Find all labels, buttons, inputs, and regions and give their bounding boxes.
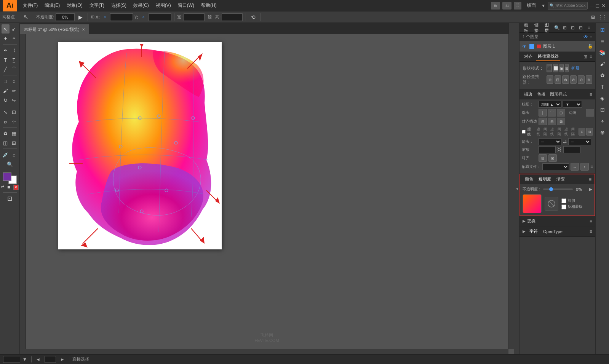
opacity-slider-thumb[interactable] <box>549 187 553 191</box>
stroke-weight-dropdown[interactable]: 粗细 ▲ <box>539 101 561 108</box>
align-icon-btn[interactable]: ⊡ <box>597 104 608 115</box>
pathfinder-menu-btn[interactable]: ≡ <box>590 54 592 59</box>
layer-lock-icon[interactable]: 🔓 <box>588 44 593 49</box>
window-minimize-btn[interactable]: ─ <box>590 3 594 9</box>
tab-align[interactable]: 对齐 <box>523 53 534 60</box>
menu-file[interactable]: 文件(F) <box>20 2 41 10</box>
gradient-tool[interactable]: ◫ <box>2 138 10 147</box>
reflect-tool[interactable]: ⇋ <box>10 96 18 105</box>
trans-preview-swatch[interactable] <box>523 194 542 213</box>
outline-btn[interactable]: ⊙ <box>578 75 585 84</box>
line-tool[interactable]: ╱ <box>2 65 10 74</box>
character-collapse-icon[interactable]: ▶ <box>523 229 526 233</box>
minus-front-btn[interactable]: ⬜ <box>553 64 558 72</box>
align-end-btn[interactable]: ⊠ <box>548 154 557 162</box>
layers-tool3[interactable]: ⊟ <box>577 24 584 31</box>
square-cap-btn[interactable]: ⊡ <box>557 109 565 117</box>
scale-start-input[interactable]: 100% <box>539 146 556 153</box>
menu-window[interactable]: 窗口(W) <box>175 2 197 10</box>
right-panel-collapse[interactable]: ◂ <box>514 23 519 354</box>
type-tool[interactable]: T <box>2 55 10 64</box>
dash-adjust-btn[interactable]: ⊞ <box>586 128 593 136</box>
arrowhead-end-select[interactable]: ─ <box>568 138 591 145</box>
tab-swatches[interactable]: 色板 <box>535 91 547 98</box>
mesh-tool[interactable]: ⊞ <box>10 138 18 147</box>
page-input[interactable]: 1 <box>45 356 56 363</box>
butt-cap-btn[interactable]: | <box>539 109 547 117</box>
bridge-btn[interactable]: Br <box>491 2 500 10</box>
opacity-arrow[interactable]: ▶ <box>76 13 85 21</box>
pathfinder-expand-btn[interactable]: ⊞ <box>583 54 587 59</box>
scale-end-input[interactable]: 100% <box>563 146 580 153</box>
direct-select-tool[interactable]: ↙ <box>10 24 18 34</box>
link-scale-btn[interactable]: ⛓ <box>557 147 562 152</box>
panel-toggle-btn[interactable]: ⊞ <box>589 13 597 21</box>
outside-stroke-btn[interactable]: ⊠ <box>557 118 565 125</box>
column-chart-tool[interactable]: ▦ <box>10 129 18 138</box>
warp-tool[interactable]: ⌀ <box>2 117 10 126</box>
zoom-tool[interactable]: 🔍 <box>2 160 18 169</box>
default-colors-icon[interactable]: ◼ <box>7 185 13 190</box>
layer-target-icon[interactable] <box>529 44 534 49</box>
horizontal-scrollbar[interactable] <box>20 349 508 354</box>
trim-btn[interactable]: ⊟ <box>555 75 561 84</box>
merge-btn[interactable]: ⊗ <box>562 75 569 84</box>
invert-checkbox[interactable] <box>561 204 566 209</box>
vertical-scrollbar[interactable] <box>508 23 514 349</box>
layer-eye-icon[interactable]: 👁 <box>522 44 527 49</box>
menu-edit[interactable]: 编辑(E) <box>42 2 63 10</box>
exclude-btn[interactable]: ⊞ <box>565 64 569 72</box>
width-input[interactable]: 0 pt <box>184 13 205 21</box>
menu-help[interactable]: 帮助(H) <box>198 2 220 10</box>
measure-tool[interactable]: ⌕ <box>10 150 18 159</box>
character-menu-btn[interactable]: ≡ <box>590 229 592 234</box>
vertical-type-tool[interactable]: T̲ <box>10 55 18 64</box>
tab-document[interactable]: 未标题-1* @ 50% (RGB/预览) ✕ <box>20 24 89 34</box>
dash-preserve-btn[interactable]: ⊟ <box>579 128 585 136</box>
x-input[interactable]: 150 px <box>110 13 133 21</box>
zoom-input[interactable]: 50% <box>3 356 20 363</box>
stroke-weight-unit[interactable]: ▼ <box>563 101 582 108</box>
tab-graphic-styles[interactable]: 图形样式 <box>548 91 568 98</box>
paintbrush-tool[interactable]: 🖌 <box>2 86 10 95</box>
more-apps-btn[interactable]: ⠿ <box>514 2 521 10</box>
lasso-tool[interactable]: ⌖ <box>10 34 18 43</box>
layers-tool1[interactable]: ⊞ <box>561 24 568 31</box>
arc-tool[interactable]: ⌒ <box>10 65 18 74</box>
center-stroke-btn[interactable]: ⊟ <box>539 118 547 125</box>
inside-stroke-btn[interactable]: ⊞ <box>548 118 556 125</box>
rect-tool[interactable]: □ <box>2 77 10 86</box>
rotate-tool[interactable]: ↻ <box>2 96 10 105</box>
miter-join-btn[interactable]: ⌐ <box>586 109 594 117</box>
layers-icon-btn[interactable]: ≡ <box>597 36 608 46</box>
profile-flip-h[interactable]: ↔ <box>571 163 579 171</box>
transform-collapse-icon[interactable]: ▶ <box>523 219 526 223</box>
zoom-dropdown-btn[interactable]: ▼ <box>21 357 28 362</box>
trans-no-color-icon[interactable] <box>545 197 558 211</box>
page-next-btn[interactable]: ► <box>59 357 66 362</box>
arrowhead-start-select[interactable]: ─ <box>539 138 561 145</box>
stroke-menu-btn[interactable]: ≡ <box>590 92 592 97</box>
type-icon-btn[interactable]: T <box>597 81 608 92</box>
profile-menu-btn[interactable]: ≡ <box>590 164 593 169</box>
menu-select[interactable]: 选择(S) <box>108 2 129 10</box>
selection-tool[interactable]: ↖ <box>2 24 10 34</box>
symbol-spray-tool[interactable]: ✿ <box>2 129 10 138</box>
tab-gradient[interactable]: 渐变 <box>555 176 566 183</box>
pen-tool[interactable]: ✒ <box>2 46 10 55</box>
arrange-btn[interactable]: ⋮⋮ <box>598 13 607 21</box>
profile-select[interactable] <box>542 163 569 170</box>
pencil-tool[interactable]: ✏ <box>10 86 18 95</box>
y-input[interactable]: 1147 px <box>149 13 171 21</box>
scale-tool[interactable]: ⤡ <box>2 107 10 117</box>
page-prev-btn[interactable]: ◄ <box>35 357 42 362</box>
swap-colors-icon[interactable]: ⇄ <box>1 185 6 190</box>
intersect-btn[interactable]: ▣ <box>559 64 564 72</box>
foreground-swatch[interactable] <box>3 172 11 181</box>
opacity-slider-track[interactable] <box>543 188 573 190</box>
window-close-btn[interactable]: ✕ <box>601 3 606 9</box>
layers-menu[interactable]: ≡ <box>585 24 592 31</box>
transform-menu-btn[interactable]: ≡ <box>590 219 592 224</box>
tab-opentype[interactable]: OpenType <box>542 228 564 235</box>
brush-icon-btn[interactable]: 🖌 <box>597 59 608 69</box>
